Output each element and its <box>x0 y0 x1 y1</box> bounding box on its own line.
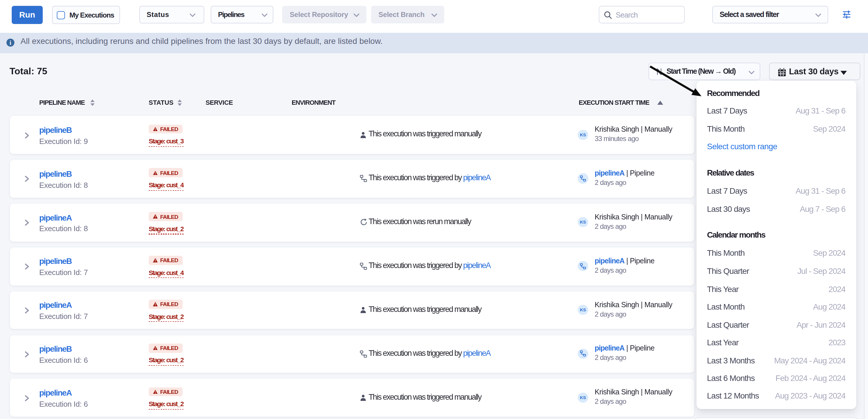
svg-text:i: i <box>10 39 12 46</box>
